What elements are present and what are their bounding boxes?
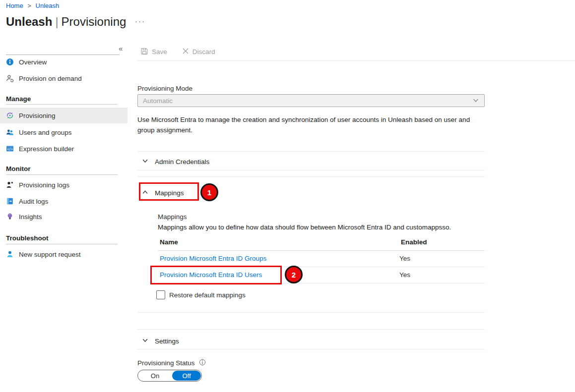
svg-text:</>: </>: [7, 147, 13, 151]
section-divider: [137, 329, 485, 330]
page-title-separator: |: [55, 15, 58, 28]
table-divider: [158, 283, 485, 283]
provisioning-mode-select[interactable]: Automatic: [137, 94, 485, 107]
sidebar-item-provision-on-demand[interactable]: Provision on demand: [0, 70, 128, 86]
sidebar-group-monitor: Monitor: [6, 165, 31, 172]
section-label: Admin Credentials: [155, 158, 209, 166]
section-divider: [137, 170, 485, 170]
sidebar-item-users-and-groups[interactable]: Users and groups: [0, 124, 128, 140]
sync-icon: [6, 112, 14, 119]
person-refresh-icon: [6, 74, 14, 82]
code-icon: </>: [6, 145, 14, 153]
sidebar-search-input[interactable]: [6, 45, 120, 55]
sidebar-item-label: Users and groups: [19, 129, 72, 136]
sidebar-item-provisioning-logs[interactable]: Provisioning logs: [0, 177, 128, 193]
save-button[interactable]: Save: [140, 47, 167, 56]
sidebar-item-new-support-request[interactable]: New support request: [0, 246, 128, 262]
save-label: Save: [152, 48, 167, 56]
sidebar-item-label: Provisioning logs: [19, 181, 69, 189]
restore-default-mappings-label: Restore default mappings: [169, 291, 246, 299]
annotation-badge-1: 1: [200, 183, 218, 201]
mapping-enabled-value: Yes: [399, 255, 410, 262]
section-mappings[interactable]: Mappings: [142, 189, 184, 197]
sidebar-item-provisioning[interactable]: Provisioning: [0, 108, 128, 123]
sidebar-divider: [6, 244, 118, 244]
page-title-section: Provisioning: [62, 15, 127, 28]
more-actions-icon[interactable]: ···: [135, 17, 145, 25]
sidebar-item-expression-builder[interactable]: </> Expression builder: [0, 141, 128, 157]
section-admin-credentials[interactable]: Admin Credentials: [142, 158, 209, 166]
mapping-link-users[interactable]: Provision Microsoft Entra ID Users: [160, 271, 262, 279]
person-log-icon: [6, 181, 14, 189]
column-header-name: Name: [160, 238, 178, 246]
sidebar: « Overview Provision on demand Manage Pr…: [0, 44, 128, 392]
discard-label: Discard: [192, 48, 215, 56]
mapping-enabled-value: Yes: [399, 271, 410, 279]
section-settings[interactable]: Settings: [142, 337, 179, 345]
sidebar-item-label: Overview: [19, 58, 47, 66]
provisioning-status-row: Provisioning Status: [137, 359, 206, 367]
lightbulb-icon: [6, 213, 14, 221]
sidebar-item-audit-logs[interactable]: Audit logs: [0, 193, 128, 209]
breadcrumb-link-home[interactable]: Home: [6, 2, 23, 9]
users-icon: [6, 128, 14, 136]
provisioning-mode-label: Provisioning Mode: [137, 85, 192, 92]
toggle-on-option[interactable]: On: [138, 372, 172, 380]
breadcrumb: Home > Unleash: [6, 2, 59, 9]
sidebar-item-insights[interactable]: Insights: [0, 209, 128, 224]
close-icon: [182, 48, 189, 56]
info-icon: [6, 58, 14, 66]
annotation-badge-2: 2: [285, 266, 303, 283]
book-icon: [6, 197, 14, 205]
provisioning-page: Home > Unleash Unleash|Provisioning ··· …: [0, 0, 575, 392]
sidebar-item-label: New support request: [19, 251, 81, 258]
table-divider: [158, 267, 485, 267]
section-divider: [137, 349, 485, 349]
page-title-app: Unleash: [6, 15, 52, 28]
mappings-subtitle: Mappings: [158, 213, 187, 221]
mappings-description: Mappings allow you to define how data sh…: [158, 224, 451, 231]
restore-default-mappings-checkbox[interactable]: [156, 290, 165, 299]
section-divider: [137, 312, 485, 313]
sidebar-item-label: Insights: [19, 213, 42, 221]
breadcrumb-separator: >: [27, 2, 31, 9]
breadcrumb-link-unleash[interactable]: Unleash: [36, 2, 60, 9]
sidebar-item-label: Provisioning: [19, 112, 56, 119]
sidebar-divider: [6, 104, 118, 105]
provisioning-description: Use Microsoft Entra to manage the creati…: [137, 114, 477, 135]
provisioning-status-toggle[interactable]: On Off: [137, 370, 202, 382]
chevron-down-icon: [142, 158, 148, 166]
section-label: Settings: [155, 337, 179, 345]
chevron-down-icon: [472, 97, 479, 105]
info-tooltip-icon[interactable]: [199, 359, 206, 367]
discard-button[interactable]: Discard: [182, 48, 215, 56]
section-divider: [137, 151, 485, 152]
provisioning-status-label: Provisioning Status: [137, 359, 195, 367]
sidebar-group-manage: Manage: [6, 95, 31, 103]
toolbar-divider: [137, 60, 575, 61]
sidebar-item-overview[interactable]: Overview: [0, 54, 128, 70]
provisioning-mode-value: Automatic: [143, 97, 173, 105]
support-person-icon: [6, 250, 14, 258]
sidebar-item-label: Provision on demand: [19, 75, 82, 82]
command-bar: Save Discard: [140, 46, 215, 57]
chevron-up-icon: [142, 189, 148, 197]
sidebar-item-label: Expression builder: [19, 145, 74, 153]
sidebar-group-troubleshoot: Troubleshoot: [6, 234, 49, 242]
chevron-down-icon: [142, 337, 148, 345]
collapse-sidebar-icon[interactable]: «: [119, 44, 123, 53]
section-divider: [137, 176, 485, 177]
page-title: Unleash|Provisioning: [6, 15, 126, 29]
table-divider: [158, 250, 485, 251]
sidebar-divider: [6, 174, 118, 175]
column-header-enabled: Enabled: [401, 238, 427, 246]
toggle-off-option[interactable]: Off: [172, 371, 201, 381]
save-icon: [140, 47, 148, 56]
sidebar-item-label: Audit logs: [19, 198, 48, 205]
section-label: Mappings: [155, 189, 184, 197]
mapping-link-groups[interactable]: Provision Microsoft Entra ID Groups: [160, 255, 266, 262]
